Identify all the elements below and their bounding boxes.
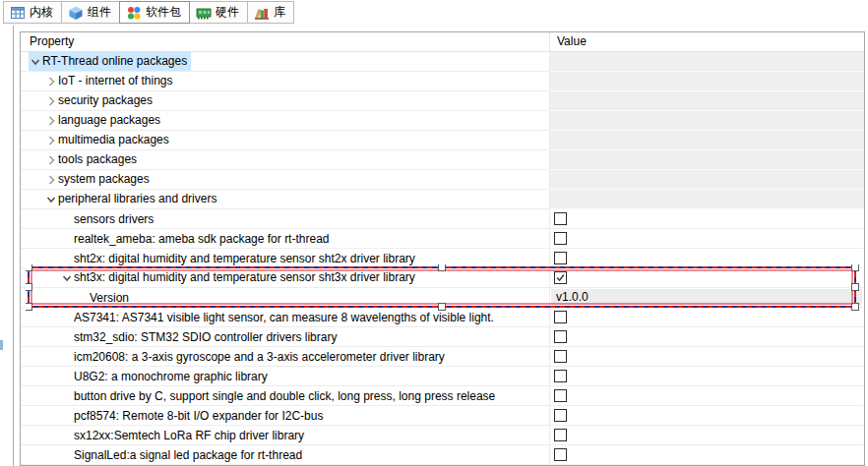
row-content[interactable]: RT-Thread online packages	[29, 52, 191, 71]
property-cell[interactable]: SignalLed:a signal led package for rt-th…	[21, 445, 549, 464]
chevron-right-icon[interactable]	[44, 76, 58, 87]
tree-row[interactable]: stm32_sdio: STM32 SDIO controller driver…	[21, 327, 864, 347]
package-checkbox[interactable]	[554, 212, 567, 225]
tree-row[interactable]: sensors drivers	[21, 209, 864, 229]
tree-row[interactable]: icm20608: a 3-axis gyroscope and a 3-axi…	[21, 347, 864, 367]
property-cell[interactable]: sht2x: digital humidity and temperature …	[21, 249, 549, 267]
tab-packages[interactable]: 软件包	[119, 1, 190, 24]
tree-row[interactable]: multimedia packages	[21, 131, 864, 150]
property-cell[interactable]: stm32_sdio: STM32 SDIO controller driver…	[21, 327, 549, 346]
row-content[interactable]: realtek_ameba: ameba sdk package for rt-…	[74, 230, 333, 248]
tree-row[interactable]: Version v1.0.0	[21, 288, 864, 308]
tree-row[interactable]: U8G2: a monochrome graphic library	[21, 367, 864, 386]
row-content[interactable]: SignalLed:a signal led package for rt-th…	[74, 446, 306, 464]
package-checkbox[interactable]	[554, 252, 567, 264]
tree-row[interactable]: security packages	[21, 91, 864, 111]
row-content[interactable]: language packages	[44, 111, 164, 130]
tree-row[interactable]: RT-Thread online packages	[21, 52, 864, 72]
version-value-field[interactable]: v1.0.0	[551, 289, 862, 305]
row-content[interactable]: button drive by C, support single and do…	[74, 387, 499, 405]
row-content[interactable]: sensors drivers	[74, 210, 157, 228]
package-checkbox[interactable]	[554, 330, 567, 343]
property-cell[interactable]: AS7341: AS7341 visible light sensor, can…	[21, 308, 549, 326]
column-header-property[interactable]: Property	[21, 32, 549, 51]
property-cell[interactable]: language packages	[21, 111, 549, 130]
chevron-right-icon[interactable]	[44, 95, 58, 107]
tree-row[interactable]: sht3x: digital humidity and temperature …	[21, 268, 864, 288]
row-content[interactable]: AS7341: AS7341 visible light sensor, can…	[74, 309, 498, 326]
tree-row[interactable]: realtek_ameba: ameba sdk package for rt-…	[21, 229, 864, 249]
property-cell[interactable]: multimedia packages	[21, 131, 549, 149]
package-checkbox[interactable]	[554, 350, 567, 363]
row-label: sht3x: digital humidity and temperature …	[74, 268, 415, 287]
tree-row[interactable]: pcf8574: Remote 8-bit I/O expander for I…	[21, 406, 864, 426]
tree-row[interactable]: AS7341: AS7341 visible light sensor, can…	[21, 308, 864, 327]
row-content[interactable]: Version	[90, 289, 133, 307]
chevron-down-icon[interactable]	[29, 56, 42, 68]
tree-row[interactable]: sht2x: digital humidity and temperature …	[21, 249, 864, 268]
row-content[interactable]: IoT - internet of things	[44, 72, 177, 90]
property-cell[interactable]: system packages	[21, 170, 549, 189]
row-content[interactable]: stm32_sdio: STM32 SDIO controller driver…	[74, 328, 341, 346]
value-cell	[549, 426, 864, 444]
tab-hardware[interactable]: 硬件	[189, 1, 248, 24]
package-checkbox[interactable]	[554, 409, 567, 422]
chevron-down-icon[interactable]	[44, 194, 58, 205]
chevron-right-icon[interactable]	[44, 115, 58, 127]
row-content[interactable]: system packages	[44, 170, 154, 189]
tree-row[interactable]: IoT - internet of things	[21, 72, 864, 91]
property-cell[interactable]: IoT - internet of things	[21, 72, 549, 90]
property-cell[interactable]: icm20608: a 3-axis gyroscope and a 3-axi…	[21, 347, 549, 366]
property-cell[interactable]: sx12xx:Semtech LoRa RF chip driver libra…	[21, 426, 549, 444]
property-cell[interactable]: button drive by C, support single and do…	[21, 386, 549, 405]
splitter-handle[interactable]	[0, 340, 3, 350]
package-checkbox[interactable]	[554, 448, 567, 461]
row-content[interactable]: pcf8574: Remote 8-bit I/O expander for I…	[74, 407, 327, 425]
chevron-right-icon[interactable]	[44, 174, 58, 186]
value-cell	[549, 249, 864, 267]
property-cell[interactable]: Version	[21, 288, 549, 307]
chevron-right-icon[interactable]	[44, 135, 58, 146]
package-checkbox[interactable]	[554, 370, 567, 382]
value-cell	[549, 367, 864, 385]
package-checkbox[interactable]	[554, 389, 567, 402]
property-cell[interactable]: sensors drivers	[21, 209, 549, 228]
panel-left-border	[13, 26, 14, 466]
row-content[interactable]: U8G2: a monochrome graphic library	[74, 368, 272, 385]
tab-library[interactable]: 库	[247, 1, 294, 24]
property-cell[interactable]: RT-Thread online packages	[21, 52, 549, 71]
tab-kernel[interactable]: 内核	[3, 1, 62, 24]
row-content[interactable]: sht2x: digital humidity and temperature …	[74, 250, 419, 267]
property-cell[interactable]: pcf8574: Remote 8-bit I/O expander for I…	[21, 406, 549, 425]
row-label: security packages	[58, 91, 153, 110]
package-checkbox[interactable]	[554, 429, 567, 441]
tree-row[interactable]: language packages	[21, 111, 864, 131]
tree-row[interactable]: tools packages	[21, 150, 864, 170]
property-cell[interactable]: sht3x: digital humidity and temperature …	[21, 268, 549, 287]
package-checkbox[interactable]	[554, 271, 567, 284]
package-checkbox[interactable]	[554, 311, 567, 323]
property-cell[interactable]: tools packages	[21, 150, 549, 169]
property-cell[interactable]: security packages	[21, 91, 549, 110]
package-checkbox[interactable]	[554, 232, 567, 245]
chevron-down-icon[interactable]	[60, 272, 74, 284]
property-cell[interactable]: peripheral libraries and drivers	[21, 190, 549, 208]
tree-row[interactable]: sx12xx:Semtech LoRa RF chip driver libra…	[21, 426, 864, 445]
value-cell	[549, 308, 864, 326]
tree-row[interactable]: system packages	[21, 170, 864, 190]
row-content[interactable]: peripheral libraries and drivers	[44, 190, 220, 208]
tab-components[interactable]: 组件	[61, 1, 120, 24]
property-cell[interactable]: U8G2: a monochrome graphic library	[21, 367, 549, 385]
tree-row[interactable]: button drive by C, support single and do…	[21, 386, 864, 406]
row-content[interactable]: security packages	[44, 91, 156, 110]
row-content[interactable]: multimedia packages	[44, 131, 173, 149]
row-content[interactable]: sht3x: digital humidity and temperature …	[60, 268, 419, 287]
tree-row[interactable]: peripheral libraries and drivers	[21, 190, 864, 209]
chevron-right-icon[interactable]	[44, 154, 58, 166]
tree-row[interactable]: SignalLed:a signal led package for rt-th…	[21, 445, 864, 465]
property-cell[interactable]: realtek_ameba: ameba sdk package for rt-…	[21, 229, 549, 248]
column-header-value[interactable]: Value	[549, 32, 864, 51]
row-content[interactable]: sx12xx:Semtech LoRa RF chip driver libra…	[74, 427, 308, 444]
row-content[interactable]: tools packages	[44, 150, 141, 169]
row-content[interactable]: icm20608: a 3-axis gyroscope and a 3-axi…	[74, 348, 449, 366]
